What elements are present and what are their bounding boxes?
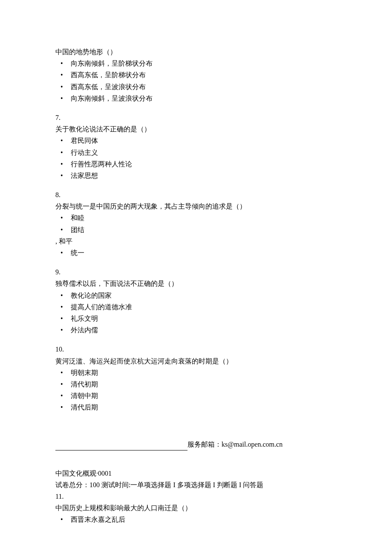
option-item: 向东南倾斜，呈波浪状分布 [55,93,337,104]
footer-underline [55,443,187,450]
footer-line: 服务邮箱：ks@mail.open.com.cn [55,439,337,450]
option-item: 君民同体 [55,135,337,146]
option-item: 西晋末永嘉之乱后 [55,514,337,525]
question-number: 10. [55,343,337,355]
option-item: 清代初期 [55,378,337,390]
option-list: 西晋末永嘉之乱后 [55,514,337,525]
option-item: 法家思想 [55,170,337,181]
question-stem: 关于教化论说法不正确的是（） [55,123,337,135]
option-item: 团结 [55,224,337,235]
option-item: 礼乐文明 [55,313,337,324]
question-number: 11. [55,491,337,502]
option-list: 统一 [55,247,337,259]
exam-subtitle: 试卷总分：100 测试时间:一单项选择题 I 多项选择题 I 判断题 I 问答题 [55,479,337,491]
option-item: 和睦 [55,212,337,224]
option-item: 行动主义 [55,147,337,158]
option-item: 明朝末期 [55,367,337,378]
exam-title: 中国文化概观·0001 [55,468,337,479]
question-stem: 中国历史上规模和影响最大的人口南迁是（） [55,502,337,514]
question-number: 8. [55,189,337,200]
question-stem: 独尊儒术以后，下面说法不正确的是（） [55,278,337,289]
option-item: 外法内儒 [55,324,337,336]
question-number: 7. [55,112,337,123]
option-list: 和睦 团结 [55,212,337,235]
option-list: 向东南倾斜，呈阶梯状分布 西高东低，呈阶梯状分布 西高东低，呈波浪状分布 向东南… [55,58,337,104]
option-item: 教化论的国家 [55,290,337,301]
question-stem: 分裂与统一是中国历史的两大现象，其占主导倾向的追求是（） [55,200,337,212]
option-item: 统一 [55,247,337,259]
document-page: 中国的地势地形（） 向东南倾斜，呈阶梯状分布 西高东低，呈阶梯状分布 西高东低，… [0,0,392,555]
option-list: 教化论的国家 提高人们的道德水准 礼乐文明 外法内儒 [55,290,337,336]
footer-email: ks@mail.open.com.cn [222,441,282,448]
option-item: 西高东低，呈波浪状分布 [55,81,337,93]
question-number: 9. [55,266,337,278]
option-item: 清代后期 [55,401,337,413]
footer-label: 服务邮箱： [187,441,222,448]
option-list: 明朝末期 清代初期 清朝中期 清代后期 [55,367,337,413]
question-stem: 中国的地势地形（） [55,46,337,58]
option-item: 提高人们的道德水准 [55,301,337,313]
inline-option: , 和平 [55,235,337,247]
option-item: 向东南倾斜，呈阶梯状分布 [55,58,337,69]
option-item: 西高东低，呈阶梯状分布 [55,69,337,81]
exam-header: 中国文化概观·0001 试卷总分：100 测试时间:一单项选择题 I 多项选择题… [55,468,337,491]
option-list: 君民同体 行动主义 行善性恶两种人性论 法家思想 [55,135,337,181]
question-stem: 黄河泛滥、海运兴起而使京杭大运河走向衰落的时期是（） [55,355,337,367]
option-item: 清朝中期 [55,390,337,401]
option-item: 行善性恶两种人性论 [55,158,337,170]
